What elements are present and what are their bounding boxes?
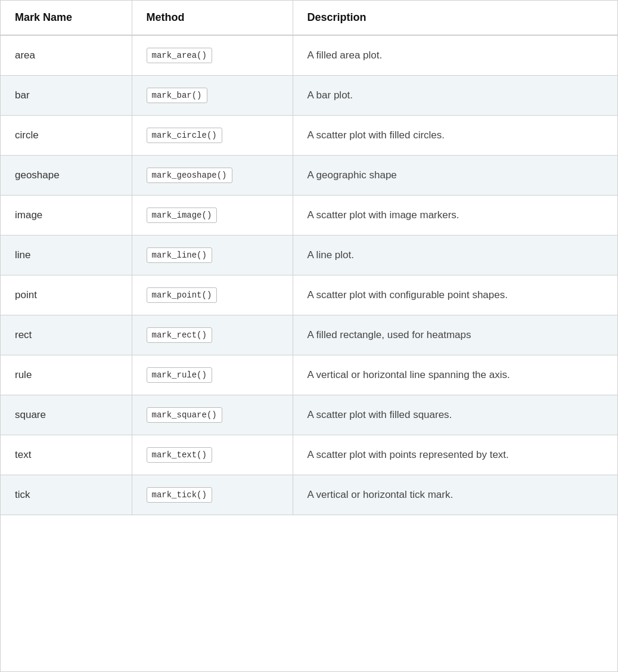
table-row: geoshapemark_geoshape()A geographic shap… bbox=[1, 156, 617, 196]
table-row: tickmark_tick()A vertical or horizontal … bbox=[1, 475, 617, 515]
column-header-description: Description bbox=[293, 1, 617, 35]
table-row: squaremark_square()A scatter plot with f… bbox=[1, 395, 617, 435]
method-badge: mark_geoshape() bbox=[147, 168, 232, 183]
method-badge: mark_rule() bbox=[147, 367, 212, 383]
description-cell: A scatter plot with image markers. bbox=[293, 196, 617, 236]
table-row: imagemark_image()A scatter plot with ima… bbox=[1, 196, 617, 236]
method-badge: mark_circle() bbox=[147, 128, 222, 143]
description-cell: A scatter plot with filled squares. bbox=[293, 395, 617, 435]
table-row: rulemark_rule()A vertical or horizontal … bbox=[1, 355, 617, 395]
method-cell: mark_line() bbox=[132, 236, 293, 275]
table-row: barmark_bar()A bar plot. bbox=[1, 76, 617, 116]
mark-name-cell: rect bbox=[1, 315, 132, 355]
mark-name-cell: point bbox=[1, 275, 132, 315]
table-header-row: Mark Name Method Description bbox=[1, 1, 617, 35]
description-cell: A filled rectangle, used for heatmaps bbox=[293, 315, 617, 355]
method-badge: mark_rect() bbox=[147, 327, 212, 343]
description-cell: A vertical or horizontal line spanning t… bbox=[293, 355, 617, 395]
table-row: linemark_line()A line plot. bbox=[1, 236, 617, 275]
method-cell: mark_area() bbox=[132, 35, 293, 76]
description-cell: A scatter plot with filled circles. bbox=[293, 116, 617, 156]
description-cell: A scatter plot with points represented b… bbox=[293, 435, 617, 475]
method-cell: mark_image() bbox=[132, 196, 293, 236]
method-cell: mark_geoshape() bbox=[132, 156, 293, 196]
method-badge: mark_line() bbox=[147, 247, 212, 263]
method-cell: mark_circle() bbox=[132, 116, 293, 156]
mark-name-cell: square bbox=[1, 395, 132, 435]
description-cell: A scatter plot with configurable point s… bbox=[293, 275, 617, 315]
table-row: pointmark_point()A scatter plot with con… bbox=[1, 275, 617, 315]
column-header-mark-name: Mark Name bbox=[1, 1, 132, 35]
marks-table: Mark Name Method Description areamark_ar… bbox=[1, 1, 617, 515]
description-cell: A filled area plot. bbox=[293, 35, 617, 76]
table-row: textmark_text()A scatter plot with point… bbox=[1, 435, 617, 475]
mark-name-cell: area bbox=[1, 35, 132, 76]
method-badge: mark_square() bbox=[147, 407, 222, 423]
method-cell: mark_rect() bbox=[132, 315, 293, 355]
method-cell: mark_rule() bbox=[132, 355, 293, 395]
method-cell: mark_bar() bbox=[132, 76, 293, 116]
method-badge: mark_area() bbox=[147, 48, 212, 63]
mark-name-cell: bar bbox=[1, 76, 132, 116]
mark-name-cell: image bbox=[1, 196, 132, 236]
table-row: areamark_area()A filled area plot. bbox=[1, 35, 617, 76]
mark-name-cell: geoshape bbox=[1, 156, 132, 196]
method-badge: mark_text() bbox=[147, 447, 212, 463]
method-badge: mark_bar() bbox=[147, 88, 207, 103]
method-cell: mark_text() bbox=[132, 435, 293, 475]
mark-name-cell: tick bbox=[1, 475, 132, 515]
marks-table-container: Mark Name Method Description areamark_ar… bbox=[0, 0, 618, 672]
description-cell: A line plot. bbox=[293, 236, 617, 275]
table-row: rectmark_rect()A filled rectangle, used … bbox=[1, 315, 617, 355]
description-cell: A vertical or horizontal tick mark. bbox=[293, 475, 617, 515]
method-badge: mark_tick() bbox=[147, 487, 212, 503]
method-cell: mark_square() bbox=[132, 395, 293, 435]
mark-name-cell: circle bbox=[1, 116, 132, 156]
table-row: circlemark_circle()A scatter plot with f… bbox=[1, 116, 617, 156]
method-cell: mark_point() bbox=[132, 275, 293, 315]
description-cell: A geographic shape bbox=[293, 156, 617, 196]
method-cell: mark_tick() bbox=[132, 475, 293, 515]
mark-name-cell: text bbox=[1, 435, 132, 475]
column-header-method: Method bbox=[132, 1, 293, 35]
mark-name-cell: rule bbox=[1, 355, 132, 395]
description-cell: A bar plot. bbox=[293, 76, 617, 116]
method-badge: mark_point() bbox=[147, 287, 218, 303]
method-badge: mark_image() bbox=[147, 208, 218, 223]
mark-name-cell: line bbox=[1, 236, 132, 275]
